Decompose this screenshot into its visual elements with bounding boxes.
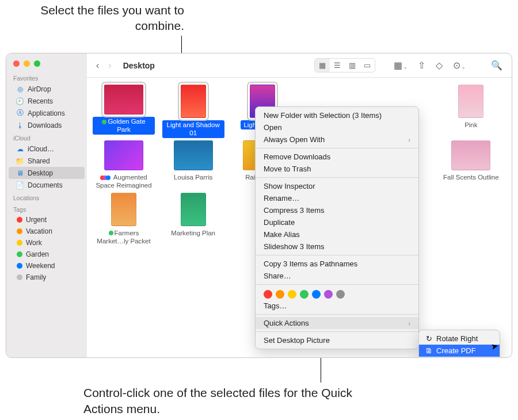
file-item[interactable]: Golden Gate Park [92,85,156,138]
menu-make-alias[interactable]: Make Alias [256,228,418,240]
tag-color-gray[interactable] [336,290,345,299]
submenu-convert-image[interactable]: 🖻Convert Image [419,357,500,357]
file-item[interactable]: Marketing Plan [161,193,226,246]
sidebar-section-favorites: Favorites [6,71,87,83]
sidebar: Favorites ◎ AirDrop 🕘 Recents Ⓐ Applicat… [6,54,87,357]
sidebar-item-airdrop[interactable]: ◎ AirDrop [9,83,85,95]
menu-set-desktop-picture[interactable]: Set Desktop Picture [256,334,418,346]
file-label: Golden Gate Park [93,117,155,135]
search-button[interactable]: 🔍 [487,58,506,73]
sidebar-item-downloads[interactable]: ⭳ Downloads [9,119,85,131]
tag-color-red[interactable] [264,290,272,299]
file-label: Pink [462,120,480,129]
tag-color-green[interactable] [300,290,308,299]
file-label: Light and Shadow 01 [162,120,224,138]
desktop-icon: 🖥 [16,169,24,177]
menu-duplicate[interactable]: Duplicate [256,216,418,228]
tag-dot-icon [17,217,22,223]
sidebar-tag-weekend[interactable]: Weekend [9,260,85,272]
file-thumbnail [458,85,483,118]
download-icon: ⭳ [16,121,24,129]
sidebar-tag-family[interactable]: Family [9,272,85,283]
sidebar-item-shared[interactable]: 📁 Shared [9,155,85,167]
file-item[interactable]: Light and Shadow 01 [161,85,226,138]
menu-tags[interactable]: Tags… [256,300,418,312]
back-button[interactable]: ‹ [93,58,102,73]
chevron-right-icon: › [408,320,410,327]
group-by-button[interactable]: ▦ ⌄ [390,58,411,73]
column-view-button[interactable]: ▥ [345,59,360,72]
sidebar-tag-work[interactable]: Work [9,237,85,249]
menu-copy-pathnames[interactable]: Copy 3 Items as Pathnames [256,258,418,270]
tag-dot-icon [17,263,22,269]
file-item[interactable]: Louisa Parris [161,140,226,190]
sidebar-item-documents[interactable]: 📄 Documents [9,179,85,191]
file-item[interactable]: Fall Scents Outline [439,140,503,190]
minimize-window-button[interactable] [24,60,30,67]
tag-dot-icon [17,251,22,257]
file-item[interactable]: Pink [439,85,503,138]
file-item[interactable]: Augmented Space Reimagined [92,140,156,190]
tag-color-orange[interactable] [276,290,284,299]
file-label: Louisa Parris [171,173,215,182]
list-view-button[interactable]: ☰ [330,59,345,72]
file-thumbnail [181,193,206,226]
sidebar-tag-garden[interactable]: Garden [9,249,85,260]
pdf-icon: 🗎 [425,346,433,355]
icon-view-button[interactable]: ▦ [315,59,330,72]
menu-new-folder-selection[interactable]: New Folder with Selection (3 Items) [256,109,418,121]
zoom-window-button[interactable] [34,60,40,67]
file-thumbnail [104,140,143,170]
main-pane: ‹ › Desktop ▦ ☰ ▥ ▭ ▦ ⌄ ⇧ ◇ ⊙ ⌄ 🔍 [87,54,512,357]
sidebar-item-recents[interactable]: 🕘 Recents [9,95,85,107]
sidebar-item-applications[interactable]: Ⓐ Applications [9,107,85,119]
context-menu: New Folder with Selection (3 Items) Open… [255,106,419,349]
sidebar-item-desktop[interactable]: 🖥 Desktop [9,167,85,179]
tag-indicator-icon [109,231,113,235]
menu-open[interactable]: Open [256,121,418,133]
sidebar-item-label: Documents [28,181,63,189]
sidebar-tag-vacation[interactable]: Vacation [9,226,85,237]
nav-buttons: ‹ › [93,58,115,73]
menu-separator [256,331,418,332]
tags-button[interactable]: ◇ [432,58,446,73]
sidebar-section-locations: Locations [6,191,87,203]
file-item[interactable]: Farmers Market…ly Packet [92,193,156,246]
submenu-rotate-right[interactable]: ↻Rotate Right [419,333,500,345]
share-button[interactable]: ⇧ [414,58,429,73]
sidebar-item-label: Desktop [28,169,53,177]
sidebar-section-icloud: iCloud [6,131,87,143]
forward-button[interactable]: › [105,58,115,73]
menu-separator [256,284,418,285]
sidebar-item-icloud-drive[interactable]: ☁ iCloud… [9,143,85,155]
more-button[interactable]: ⊙ ⌄ [450,58,469,73]
file-label: Fall Scents Outline [440,173,502,182]
menu-slideshow[interactable]: Slideshow 3 Items [256,240,418,253]
file-label: Augmented Space Reimagined [93,173,155,190]
file-thumbnail [104,85,143,114]
menu-compress[interactable]: Compress 3 Items [256,204,418,216]
menu-share[interactable]: Share… [256,270,418,282]
close-window-button[interactable] [13,60,20,67]
tag-color-blue[interactable] [312,290,321,299]
airdrop-icon: ◎ [16,85,24,93]
menu-show-inspector[interactable]: Show Inspector [256,180,418,192]
menu-move-to-trash[interactable]: Move to Trash [256,163,418,175]
menu-remove-downloads[interactable]: Remove Downloads [256,151,418,163]
sidebar-item-label: Applications [28,109,65,117]
view-switcher: ▦ ☰ ▥ ▭ [314,58,375,72]
menu-always-open-with[interactable]: Always Open With› [256,133,418,146]
tag-color-yellow[interactable] [288,290,296,299]
sidebar-tag-urgent[interactable]: Urgent [9,214,85,226]
menu-separator [256,177,418,178]
tag-color-purple[interactable] [324,290,333,299]
file-thumbnail [111,193,136,226]
callout-top: Select the files you want to combine. [35,2,184,34]
callout-bottom: Control-click one of the selected files … [83,385,360,417]
submenu-create-pdf[interactable]: 🗎Create PDF [419,345,500,357]
menu-separator [256,314,418,315]
gallery-view-button[interactable]: ▭ [360,59,375,72]
window-controls [6,57,87,71]
menu-rename[interactable]: Rename… [256,192,418,204]
menu-quick-actions[interactable]: Quick Actions› [256,317,418,329]
